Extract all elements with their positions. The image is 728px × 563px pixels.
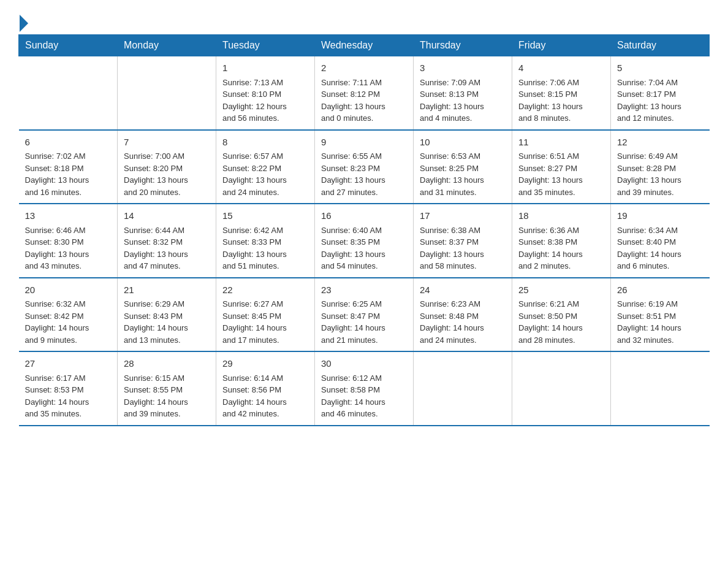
calendar-cell: 11Sunrise: 6:51 AM Sunset: 8:27 PM Dayli… <box>512 130 611 204</box>
day-info: Sunrise: 6:25 AM Sunset: 8:47 PM Dayligh… <box>321 298 407 346</box>
calendar-cell: 9Sunrise: 6:55 AM Sunset: 8:23 PM Daylig… <box>315 130 414 204</box>
day-number: 4 <box>518 61 604 75</box>
day-info: Sunrise: 6:51 AM Sunset: 8:27 PM Dayligh… <box>518 150 604 198</box>
calendar-table: SundayMondayTuesdayWednesdayThursdayFrid… <box>18 34 710 426</box>
day-number: 24 <box>420 283 506 297</box>
day-info: Sunrise: 6:55 AM Sunset: 8:23 PM Dayligh… <box>321 150 407 198</box>
day-number: 30 <box>321 357 407 371</box>
header-day-sunday: Sunday <box>19 35 118 56</box>
calendar-cell: 30Sunrise: 6:12 AM Sunset: 8:58 PM Dayli… <box>315 351 414 426</box>
day-number: 27 <box>25 357 112 371</box>
week-row-1: 1Sunrise: 7:13 AM Sunset: 8:10 PM Daylig… <box>19 56 710 130</box>
day-info: Sunrise: 6:19 AM Sunset: 8:51 PM Dayligh… <box>617 298 703 346</box>
day-info: Sunrise: 6:27 AM Sunset: 8:45 PM Dayligh… <box>222 298 308 346</box>
day-info: Sunrise: 6:44 AM Sunset: 8:32 PM Dayligh… <box>124 224 210 272</box>
day-number: 18 <box>518 209 604 223</box>
day-info: Sunrise: 6:42 AM Sunset: 8:33 PM Dayligh… <box>222 224 308 272</box>
day-info: Sunrise: 6:21 AM Sunset: 8:50 PM Dayligh… <box>518 298 604 346</box>
calendar-cell: 20Sunrise: 6:32 AM Sunset: 8:42 PM Dayli… <box>19 278 118 352</box>
day-number: 14 <box>124 209 210 223</box>
day-info: Sunrise: 6:40 AM Sunset: 8:35 PM Dayligh… <box>321 224 407 272</box>
day-info: Sunrise: 7:00 AM Sunset: 8:20 PM Dayligh… <box>124 150 210 198</box>
calendar-cell: 5Sunrise: 7:04 AM Sunset: 8:17 PM Daylig… <box>611 56 710 130</box>
day-info: Sunrise: 6:23 AM Sunset: 8:48 PM Dayligh… <box>420 298 506 346</box>
day-info: Sunrise: 7:04 AM Sunset: 8:17 PM Dayligh… <box>617 77 703 124</box>
week-row-2: 6Sunrise: 7:02 AM Sunset: 8:18 PM Daylig… <box>19 130 710 204</box>
calendar-header: SundayMondayTuesdayWednesdayThursdayFrid… <box>19 35 710 56</box>
calendar-cell: 3Sunrise: 7:09 AM Sunset: 8:13 PM Daylig… <box>414 56 512 130</box>
day-number: 21 <box>124 283 210 297</box>
calendar-cell: 8Sunrise: 6:57 AM Sunset: 8:22 PM Daylig… <box>216 130 315 204</box>
day-info: Sunrise: 7:13 AM Sunset: 8:10 PM Dayligh… <box>222 77 308 124</box>
calendar-body: 1Sunrise: 7:13 AM Sunset: 8:10 PM Daylig… <box>19 56 710 426</box>
calendar-cell: 1Sunrise: 7:13 AM Sunset: 8:10 PM Daylig… <box>216 56 315 130</box>
week-row-4: 20Sunrise: 6:32 AM Sunset: 8:42 PM Dayli… <box>19 278 710 352</box>
calendar-cell: 13Sunrise: 6:46 AM Sunset: 8:30 PM Dayli… <box>19 204 118 278</box>
week-row-3: 13Sunrise: 6:46 AM Sunset: 8:30 PM Dayli… <box>19 204 710 278</box>
calendar-cell: 18Sunrise: 6:36 AM Sunset: 8:38 PM Dayli… <box>512 204 611 278</box>
header-day-thursday: Thursday <box>414 35 512 56</box>
calendar-cell <box>414 351 512 426</box>
calendar-cell <box>512 351 611 426</box>
header-day-monday: Monday <box>118 35 216 56</box>
day-info: Sunrise: 6:15 AM Sunset: 8:55 PM Dayligh… <box>124 372 210 420</box>
calendar-cell: 15Sunrise: 6:42 AM Sunset: 8:33 PM Dayli… <box>216 204 315 278</box>
day-info: Sunrise: 6:12 AM Sunset: 8:58 PM Dayligh… <box>321 372 407 420</box>
calendar-cell: 26Sunrise: 6:19 AM Sunset: 8:51 PM Dayli… <box>611 278 710 352</box>
calendar-cell: 16Sunrise: 6:40 AM Sunset: 8:35 PM Dayli… <box>315 204 414 278</box>
calendar-cell: 28Sunrise: 6:15 AM Sunset: 8:55 PM Dayli… <box>118 351 216 426</box>
calendar-cell <box>611 351 710 426</box>
day-info: Sunrise: 6:38 AM Sunset: 8:37 PM Dayligh… <box>420 224 506 272</box>
day-number: 28 <box>124 357 210 371</box>
day-number: 6 <box>25 136 112 150</box>
header-day-saturday: Saturday <box>611 35 710 56</box>
week-row-5: 27Sunrise: 6:17 AM Sunset: 8:53 PM Dayli… <box>19 351 710 426</box>
day-info: Sunrise: 6:46 AM Sunset: 8:30 PM Dayligh… <box>25 224 112 272</box>
day-info: Sunrise: 7:11 AM Sunset: 8:12 PM Dayligh… <box>321 77 407 124</box>
header-day-wednesday: Wednesday <box>315 35 414 56</box>
day-number: 2 <box>321 61 407 75</box>
day-number: 29 <box>222 357 308 371</box>
calendar-cell: 17Sunrise: 6:38 AM Sunset: 8:37 PM Dayli… <box>414 204 512 278</box>
day-info: Sunrise: 7:02 AM Sunset: 8:18 PM Dayligh… <box>25 150 112 198</box>
calendar-cell: 24Sunrise: 6:23 AM Sunset: 8:48 PM Dayli… <box>414 278 512 352</box>
calendar-cell: 22Sunrise: 6:27 AM Sunset: 8:45 PM Dayli… <box>216 278 315 352</box>
day-number: 10 <box>420 136 506 150</box>
day-number: 16 <box>321 209 407 223</box>
calendar-cell: 27Sunrise: 6:17 AM Sunset: 8:53 PM Dayli… <box>19 351 118 426</box>
header-day-tuesday: Tuesday <box>216 35 315 56</box>
day-info: Sunrise: 6:53 AM Sunset: 8:25 PM Dayligh… <box>420 150 506 198</box>
logo <box>18 12 45 28</box>
day-number: 17 <box>420 209 506 223</box>
calendar-cell: 21Sunrise: 6:29 AM Sunset: 8:43 PM Dayli… <box>118 278 216 352</box>
day-info: Sunrise: 6:14 AM Sunset: 8:56 PM Dayligh… <box>222 372 308 420</box>
day-number: 3 <box>420 61 506 75</box>
day-number: 9 <box>321 136 407 150</box>
day-number: 25 <box>518 283 604 297</box>
day-info: Sunrise: 7:06 AM Sunset: 8:15 PM Dayligh… <box>518 77 604 124</box>
day-number: 26 <box>617 283 703 297</box>
day-info: Sunrise: 6:49 AM Sunset: 8:28 PM Dayligh… <box>617 150 703 198</box>
day-number: 23 <box>321 283 407 297</box>
day-info: Sunrise: 6:57 AM Sunset: 8:22 PM Dayligh… <box>222 150 308 198</box>
calendar-cell: 2Sunrise: 7:11 AM Sunset: 8:12 PM Daylig… <box>315 56 414 130</box>
calendar-cell: 19Sunrise: 6:34 AM Sunset: 8:40 PM Dayli… <box>611 204 710 278</box>
day-info: Sunrise: 7:09 AM Sunset: 8:13 PM Dayligh… <box>420 77 506 124</box>
calendar-cell: 23Sunrise: 6:25 AM Sunset: 8:47 PM Dayli… <box>315 278 414 352</box>
day-info: Sunrise: 6:36 AM Sunset: 8:38 PM Dayligh… <box>518 224 604 272</box>
day-info: Sunrise: 6:29 AM Sunset: 8:43 PM Dayligh… <box>124 298 210 346</box>
day-number: 11 <box>518 136 604 150</box>
calendar-cell: 12Sunrise: 6:49 AM Sunset: 8:28 PM Dayli… <box>611 130 710 204</box>
header-day-friday: Friday <box>512 35 611 56</box>
calendar-cell <box>19 56 118 130</box>
calendar-cell: 25Sunrise: 6:21 AM Sunset: 8:50 PM Dayli… <box>512 278 611 352</box>
calendar-cell: 14Sunrise: 6:44 AM Sunset: 8:32 PM Dayli… <box>118 204 216 278</box>
day-info: Sunrise: 6:34 AM Sunset: 8:40 PM Dayligh… <box>617 224 703 272</box>
day-number: 7 <box>124 136 210 150</box>
calendar-cell: 29Sunrise: 6:14 AM Sunset: 8:56 PM Dayli… <box>216 351 315 426</box>
day-info: Sunrise: 6:17 AM Sunset: 8:53 PM Dayligh… <box>25 372 112 420</box>
calendar-cell: 4Sunrise: 7:06 AM Sunset: 8:15 PM Daylig… <box>512 56 611 130</box>
day-number: 15 <box>222 209 308 223</box>
day-number: 19 <box>617 209 703 223</box>
header-row: SundayMondayTuesdayWednesdayThursdayFrid… <box>19 35 710 56</box>
